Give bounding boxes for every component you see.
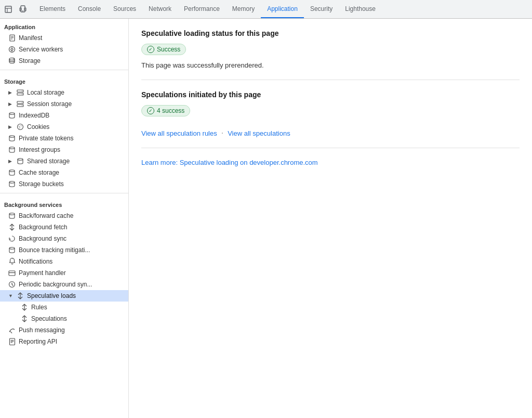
tab-network[interactable]: Network bbox=[142, 0, 178, 18]
sidebar-item-storage-buckets[interactable]: Storage buckets bbox=[0, 178, 128, 190]
prerender-description: This page was successfully prerendered. bbox=[141, 61, 520, 69]
sidebar-item-interest-groups[interactable]: Interest groups bbox=[0, 144, 128, 155]
sidebar-item-bounce-tracking-label: Bounce tracking mitigati... bbox=[19, 246, 90, 254]
sidebar-item-cookies[interactable]: ▶ Cookies bbox=[0, 121, 128, 133]
session-storage-icon bbox=[17, 100, 24, 108]
background-sync-icon bbox=[8, 235, 16, 242]
sidebar-item-payment-handler-label: Payment handler bbox=[19, 269, 66, 277]
sidebar-item-storage-app-label: Storage bbox=[19, 57, 41, 64]
sidebar-item-storage-app[interactable]: Storage bbox=[0, 55, 128, 67]
sidebar-item-bounce-tracking[interactable]: Bounce tracking mitigati... bbox=[0, 244, 128, 256]
sidebar-item-shared-storage-label: Shared storage bbox=[27, 158, 70, 165]
private-state-tokens-icon bbox=[8, 135, 16, 142]
content-panel: Speculative loading status for this page… bbox=[129, 19, 532, 418]
local-storage-icon bbox=[17, 89, 24, 96]
tab-sources[interactable]: Sources bbox=[107, 0, 142, 18]
tab-application[interactable]: Application bbox=[261, 0, 304, 18]
success-badge: ✓ Success bbox=[141, 44, 186, 55]
view-all-speculations-link[interactable]: View all speculations bbox=[228, 129, 290, 137]
divider-2 bbox=[0, 193, 128, 193]
tab-elements[interactable]: Elements bbox=[33, 0, 72, 18]
divider-1 bbox=[0, 70, 128, 70]
tab-lighthouse[interactable]: Lighthouse bbox=[339, 0, 382, 18]
sidebar: Application Manifest Service workers Sto… bbox=[0, 19, 129, 418]
inspect-icon[interactable] bbox=[2, 3, 15, 16]
svg-point-32 bbox=[9, 170, 15, 172]
sidebar-item-speculative-loads-label: Speculative loads bbox=[27, 292, 76, 299]
speculations-initiated-title: Speculations initiated by this page bbox=[141, 90, 520, 99]
sidebar-item-indexeddb[interactable]: IndexedDB bbox=[0, 110, 128, 121]
sidebar-section-background-services: Background services bbox=[0, 197, 128, 210]
sidebar-item-background-sync[interactable]: Background sync bbox=[0, 233, 128, 244]
svg-point-36 bbox=[9, 247, 15, 249]
sidebar-item-notifications[interactable]: Notifications bbox=[0, 256, 128, 267]
learn-more-link[interactable]: Learn more: Speculative loading on devel… bbox=[141, 159, 318, 166]
sidebar-item-manifest[interactable]: Manifest bbox=[0, 32, 128, 44]
sidebar-item-back-forward-cache[interactable]: Back/forward cache bbox=[0, 210, 128, 221]
sidebar-item-service-workers[interactable]: Service workers bbox=[0, 44, 128, 55]
sidebar-item-notifications-label: Notifications bbox=[19, 258, 52, 265]
sidebar-item-local-storage-label: Local storage bbox=[27, 89, 64, 96]
sidebar-item-local-storage[interactable]: ▶ Local storage bbox=[0, 87, 128, 98]
sidebar-item-service-workers-label: Service workers bbox=[19, 46, 63, 53]
svg-point-31 bbox=[18, 159, 23, 160]
svg-point-15 bbox=[9, 58, 15, 60]
svg-point-33 bbox=[9, 181, 15, 183]
sidebar-item-indexeddb-label: IndexedDB bbox=[19, 112, 49, 119]
speculations-initiated-section: Speculations initiated by this page ✓ 4 … bbox=[141, 90, 520, 148]
sidebar-item-speculations[interactable]: Speculations bbox=[0, 313, 128, 324]
svg-point-29 bbox=[9, 136, 15, 137]
sidebar-item-background-fetch[interactable]: Background fetch bbox=[0, 221, 128, 233]
sidebar-item-speculative-loads[interactable]: ▼ Speculative loads bbox=[0, 290, 128, 302]
svg-point-27 bbox=[21, 125, 22, 126]
sidebar-item-rules-label: Rules bbox=[31, 304, 47, 311]
svg-point-25 bbox=[18, 124, 23, 130]
service-workers-icon bbox=[8, 46, 16, 53]
sidebar-section-storage: Storage bbox=[0, 73, 128, 87]
sidebar-item-shared-storage[interactable]: ▶ Shared storage bbox=[0, 155, 128, 167]
push-messaging-icon bbox=[8, 326, 16, 334]
speculative-loading-status-title: Speculative loading status for this page bbox=[141, 29, 520, 37]
sidebar-item-reporting-api-label: Reporting API bbox=[19, 338, 57, 345]
sidebar-item-session-storage-label: Session storage bbox=[27, 100, 72, 108]
sidebar-section-application: Application bbox=[0, 19, 128, 32]
sidebar-item-push-messaging[interactable]: Push messaging bbox=[0, 324, 128, 336]
svg-point-28 bbox=[19, 127, 20, 128]
sidebar-item-periodic-background-sync-label: Periodic background syn... bbox=[19, 281, 92, 288]
sidebar-item-cache-storage[interactable]: Cache storage bbox=[0, 167, 128, 178]
interest-groups-icon bbox=[8, 146, 16, 153]
sidebar-item-private-state-tokens[interactable]: Private state tokens bbox=[0, 133, 128, 144]
shared-storage-icon bbox=[17, 158, 24, 165]
device-icon[interactable] bbox=[17, 3, 29, 16]
rules-icon bbox=[21, 304, 28, 311]
sidebar-item-background-fetch-label: Background fetch bbox=[19, 224, 67, 231]
notifications-icon bbox=[8, 258, 16, 265]
svg-point-24 bbox=[9, 113, 15, 114]
sidebar-item-session-storage[interactable]: ▶ Session storage bbox=[0, 98, 128, 110]
chevron-speculative-loads: ▼ bbox=[8, 293, 14, 298]
sidebar-item-cache-storage-label: Cache storage bbox=[19, 169, 59, 176]
tab-security[interactable]: Security bbox=[304, 0, 339, 18]
tab-console[interactable]: Console bbox=[72, 0, 107, 18]
sidebar-item-periodic-background-sync[interactable]: Periodic background syn... bbox=[0, 279, 128, 290]
sidebar-item-background-sync-label: Background sync bbox=[19, 235, 66, 242]
sidebar-item-interest-groups-label: Interest groups bbox=[19, 146, 60, 153]
cache-storage-icon bbox=[8, 169, 16, 176]
svg-point-26 bbox=[19, 126, 20, 127]
chevron-shared-storage: ▶ bbox=[8, 159, 14, 164]
sidebar-item-reporting-api[interactable]: Reporting API bbox=[0, 336, 128, 347]
tab-performance[interactable]: Performance bbox=[178, 0, 226, 18]
svg-rect-16 bbox=[17, 90, 23, 92]
sidebar-item-push-messaging-label: Push messaging bbox=[19, 326, 65, 334]
manifest-icon bbox=[8, 34, 16, 42]
back-forward-cache-icon bbox=[8, 212, 16, 219]
sidebar-item-rules[interactable]: Rules bbox=[0, 302, 128, 313]
sidebar-item-payment-handler[interactable]: Payment handler bbox=[0, 267, 128, 279]
tab-memory[interactable]: Memory bbox=[226, 0, 261, 18]
svg-point-6 bbox=[22, 10, 23, 11]
cookies-icon bbox=[17, 123, 24, 130]
svg-rect-43 bbox=[9, 338, 15, 345]
sidebar-item-manifest-label: Manifest bbox=[19, 34, 42, 42]
view-all-speculation-rules-link[interactable]: View all speculation rules bbox=[141, 129, 217, 137]
storage-app-icon bbox=[8, 57, 16, 64]
